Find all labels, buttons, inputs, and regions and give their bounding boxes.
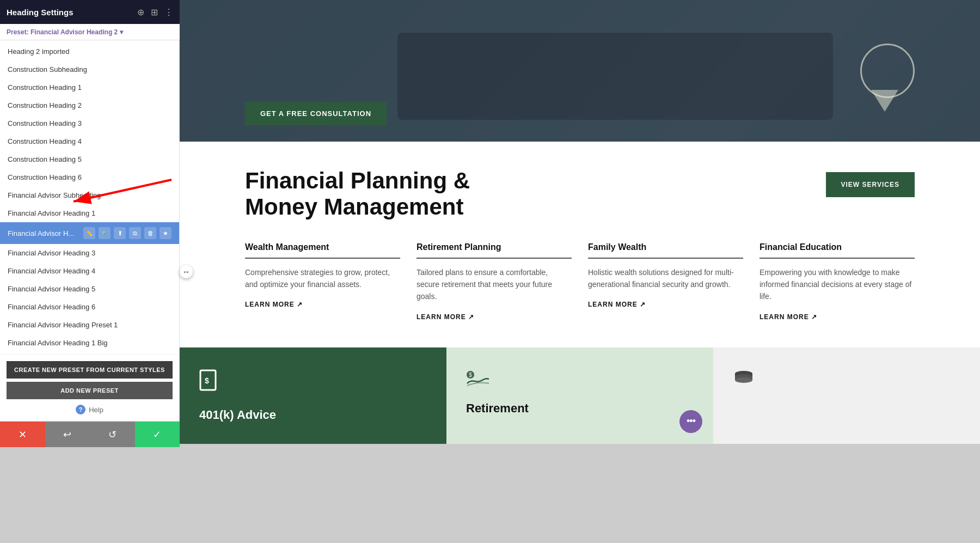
- content-area: ↔ GET A FREE CONSULTATION: [180, 0, 980, 543]
- svg-point-10: [735, 377, 752, 383]
- sidebar-item-financial-advisor-heading-5[interactable]: Financial Advisor Heading 5: [0, 280, 179, 298]
- wealth-text: Comprehensive strategies to grow, protec…: [245, 266, 400, 291]
- resize-handle[interactable]: ↔: [180, 265, 193, 278]
- sidebar-item-financial-advisor-heading-2-active[interactable]: Financial Advisor H... ✏️ ⚙️ ⬆ ⧉ 🗑 ★: [0, 222, 179, 244]
- svg-text:$: $: [469, 372, 472, 378]
- sidebar-item-financial-advisor-preset-1[interactable]: Financial Advisor Heading Preset 1: [0, 316, 179, 334]
- create-preset-button[interactable]: CREATE NEW PRESET FROM CURRENT STYLES: [7, 361, 173, 379]
- services-section: Financial Planning &Money Management VIE…: [180, 142, 980, 347]
- sidebar-item-heading2-imported[interactable]: Heading 2 imported: [0, 42, 179, 60]
- services-header: Financial Planning &Money Management VIE…: [245, 168, 915, 221]
- layout-icon[interactable]: ⊞: [151, 7, 158, 17]
- card-401k-title: 401(k) Advice: [199, 408, 427, 422]
- education-divider: [759, 258, 915, 259]
- item-actions: ✏️ ⚙️ ⬆ ⧉ 🗑 ★: [83, 227, 171, 239]
- education-learn-more[interactable]: LEARN MORE ↗: [759, 313, 817, 321]
- hero-section: GET A FREE CONSULTATION: [180, 0, 980, 142]
- top-bar: Heading Settings ⊕ ⊞ ⋮: [0, 0, 180, 24]
- card-retirement: $ ••• Retirement: [446, 347, 713, 444]
- delete-action-btn[interactable]: 🗑: [144, 227, 156, 239]
- sidebar-list: Heading 2 imported Construction Subheadi…: [0, 40, 179, 354]
- service-card-wealth: Wealth Management Comprehensive strategi…: [245, 242, 400, 321]
- sidebar-item-financial-advisor-heading-3[interactable]: Financial Advisor Heading 3: [0, 244, 179, 262]
- sidebar-item-construction-heading-1[interactable]: Construction Heading 1: [0, 78, 179, 96]
- sidebar-item-construction-heading-6[interactable]: Construction Heading 6: [0, 168, 179, 186]
- retirement-learn-more[interactable]: LEARN MORE ↗: [416, 313, 474, 321]
- preset-bar: Preset: Financial Advisor Heading 2 ▾: [0, 24, 180, 40]
- undo-button[interactable]: ↩: [45, 422, 90, 447]
- wealth-learn-more[interactable]: LEARN MORE ↗: [245, 301, 303, 308]
- upload-action-btn[interactable]: ⬆: [114, 227, 126, 239]
- chat-bubble-indicator: •••: [679, 410, 702, 433]
- panel-title: Heading Settings: [7, 8, 137, 17]
- view-services-button[interactable]: VIEW SERVICES: [826, 172, 915, 197]
- help-icon: ?: [76, 405, 85, 414]
- sidebar-item-financial-advisor-heading-1[interactable]: Financial Advisor Heading 1: [0, 204, 179, 222]
- family-text: Holistic wealth solutions designed for m…: [588, 266, 743, 291]
- sidebar-item-financial-advisor-heading-4[interactable]: Financial Advisor Heading 4: [0, 262, 179, 280]
- svg-text:$: $: [205, 376, 209, 385]
- sidebar-item-construction-heading-4[interactable]: Construction Heading 4: [0, 132, 179, 150]
- add-preset-button[interactable]: ADD NEW PRESET: [7, 382, 173, 399]
- help-link[interactable]: ? Help: [7, 405, 173, 414]
- top-bar-icons: ⊕ ⊞ ⋮: [137, 7, 173, 17]
- redo-button[interactable]: ↺: [90, 422, 135, 447]
- wealth-management-title: Wealth Management: [245, 242, 400, 252]
- star-action-btn[interactable]: ★: [160, 227, 171, 239]
- target-icon[interactable]: ⊕: [137, 7, 144, 17]
- sidebar-item-construction-subheading[interactable]: Construction Subheading: [0, 60, 179, 78]
- copy-action-btn[interactable]: ⧉: [129, 227, 141, 239]
- cancel-button[interactable]: ✕: [0, 422, 45, 447]
- bottom-bar: ✕ ↩ ↺ ✓: [0, 421, 180, 447]
- service-card-education: Financial Education Empowering you with …: [759, 242, 915, 321]
- service-card-retirement: Retirement Planning Tailored plans to en…: [416, 242, 572, 321]
- family-divider: [588, 258, 743, 259]
- sidebar-item-financial-advisor-heading-6[interactable]: Financial Advisor Heading 6: [0, 298, 179, 316]
- sidebar-item-financial-advisor-big[interactable]: Financial Advisor Heading 1 Big: [0, 334, 179, 352]
- services-title: Financial Planning &Money Management: [245, 168, 470, 221]
- sidebar-item-financial-advisor-subheading[interactable]: Financial Advisor Subheading: [0, 186, 179, 204]
- sidebar-footer: CREATE NEW PRESET FROM CURRENT STYLES AD…: [0, 354, 179, 421]
- consultation-button[interactable]: GET A FREE CONSULTATION: [245, 102, 387, 125]
- decorative-triangle: [871, 90, 898, 112]
- document-dollar-icon: $: [199, 369, 427, 399]
- service-card-family: Family Wealth Holistic wealth solutions …: [588, 242, 743, 321]
- retirement-text: Tailored plans to ensure a comfortable, …: [416, 266, 572, 303]
- wealth-divider: [245, 258, 400, 259]
- services-grid: Wealth Management Comprehensive strategi…: [245, 242, 915, 321]
- family-wealth-title: Family Wealth: [588, 242, 743, 252]
- preset-selector[interactable]: Preset: Financial Advisor Heading 2 ▾: [7, 28, 123, 36]
- sidebar-item-construction-heading-5[interactable]: Construction Heading 5: [0, 150, 179, 168]
- retirement-planning-title: Retirement Planning: [416, 242, 572, 252]
- card-stacks: [713, 347, 980, 444]
- education-text: Empowering you with knowledge to make in…: [759, 266, 915, 303]
- settings-action-btn[interactable]: ⚙️: [99, 227, 111, 239]
- sidebar: Heading 2 imported Construction Subheadi…: [0, 40, 180, 421]
- more-icon[interactable]: ⋮: [164, 7, 173, 17]
- edit-action-btn[interactable]: ✏️: [83, 227, 95, 239]
- cards-section: $ 401(k) Advice $ •••: [180, 347, 980, 444]
- card-retirement-title: Retirement: [466, 401, 694, 416]
- hand-money-icon: $: [466, 369, 694, 393]
- retirement-divider: [416, 258, 572, 259]
- sidebar-item-construction-heading-2[interactable]: Construction Heading 2: [0, 96, 179, 114]
- sidebar-item-construction-heading-3[interactable]: Construction Heading 3: [0, 114, 179, 132]
- card-401k: $ 401(k) Advice: [180, 347, 446, 444]
- hero-content: GET A FREE CONSULTATION: [245, 102, 387, 125]
- family-learn-more[interactable]: LEARN MORE ↗: [588, 301, 646, 308]
- coins-stack-icon: [733, 369, 960, 393]
- confirm-button[interactable]: ✓: [135, 422, 180, 447]
- financial-education-title: Financial Education: [759, 242, 915, 252]
